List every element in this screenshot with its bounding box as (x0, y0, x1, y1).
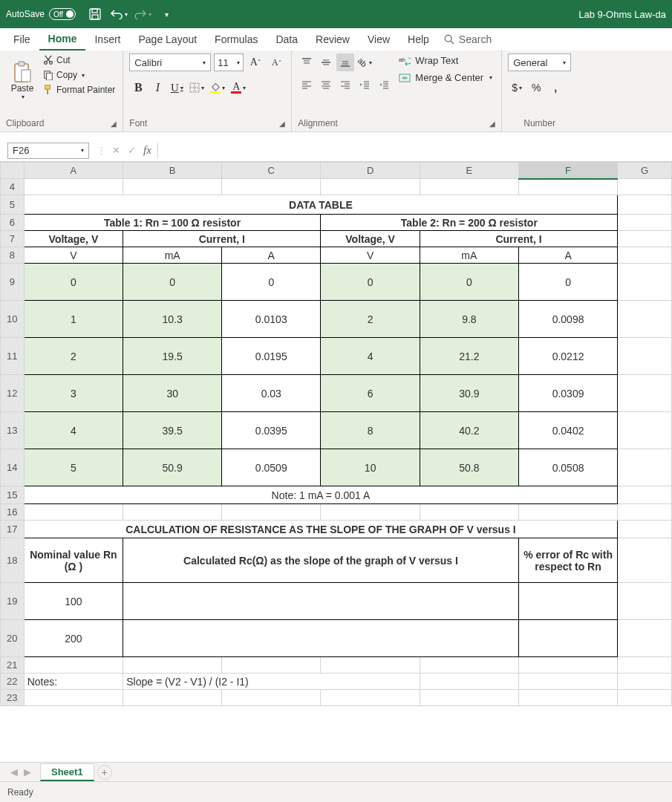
cell-A4[interactable] (24, 179, 123, 195)
cell-A11[interactable]: 2 (24, 338, 123, 375)
row-header-15[interactable]: 15 (1, 486, 25, 504)
cell-B16[interactable] (123, 504, 222, 521)
cell-G23[interactable] (618, 690, 672, 706)
cut-button[interactable]: Cut (42, 53, 117, 67)
cell-F11[interactable]: 0.0212 (518, 338, 617, 375)
cell-E4[interactable] (420, 179, 518, 195)
cell-G16[interactable] (618, 504, 672, 521)
tab-page-layout[interactable]: Page Layout (129, 29, 206, 50)
cell-G12[interactable] (618, 375, 672, 412)
spreadsheet-grid[interactable]: ABCDEFG45DATA TABLE6Table 1: Rn = 100 Ω … (0, 162, 672, 706)
cell-C8[interactable]: A (222, 247, 321, 264)
cell-B8[interactable]: mA (123, 247, 222, 264)
align-left-button[interactable] (298, 76, 316, 94)
cell-G17[interactable] (618, 521, 672, 538)
sheet-nav-prev[interactable]: ◀ (10, 766, 18, 777)
cell-B7[interactable]: Current, I (123, 231, 321, 247)
font-size-combo[interactable]: 11▾ (214, 53, 244, 71)
row-header-23[interactable]: 23 (1, 690, 25, 706)
cell-G21[interactable] (618, 657, 672, 674)
cell-D7[interactable]: Voltage, V (321, 231, 420, 247)
cell-B10[interactable]: 10.3 (123, 301, 222, 338)
cell-C16[interactable] (222, 504, 321, 521)
cell-G6[interactable] (618, 215, 672, 231)
increase-indent-button[interactable] (375, 76, 393, 94)
cell-D12[interactable]: 6 (321, 375, 420, 412)
cell-A22[interactable]: Notes: (24, 674, 123, 690)
tab-review[interactable]: Review (307, 29, 359, 50)
cell-E21[interactable] (420, 657, 518, 674)
autosave-switch[interactable]: Off (49, 8, 76, 20)
increase-font-button[interactable]: A˄ (247, 53, 264, 71)
save-icon[interactable] (85, 4, 105, 25)
cell-A14[interactable]: 5 (24, 449, 123, 486)
row-header-17[interactable]: 17 (1, 521, 25, 538)
cell-E22[interactable] (420, 674, 518, 690)
tab-file[interactable]: File (4, 29, 39, 50)
cell-B9[interactable]: 0 (123, 264, 222, 301)
align-center-button[interactable] (317, 76, 335, 94)
cell-B19[interactable] (123, 583, 519, 620)
cell-G18[interactable] (618, 538, 672, 583)
decrease-font-button[interactable]: A˅ (267, 53, 285, 71)
row-header-16[interactable]: 16 (1, 504, 25, 521)
cell-C13[interactable]: 0.0395 (222, 412, 321, 449)
cell-B13[interactable]: 39.5 (123, 412, 222, 449)
cell-G8[interactable] (618, 247, 672, 264)
align-top-button[interactable] (298, 53, 316, 71)
underline-button[interactable]: U▾ (168, 79, 186, 97)
add-sheet-button[interactable]: + (97, 765, 112, 780)
orientation-button[interactable]: ab▾ (356, 53, 373, 71)
enter-formula-icon[interactable]: ✓ (128, 145, 136, 156)
borders-button[interactable]: ▾ (187, 79, 206, 97)
cell-D8[interactable]: V (321, 247, 420, 264)
row-header-4[interactable]: 4 (1, 179, 25, 195)
cell-B22[interactable]: Slope = (V2 - V1) / (I2 - I1) (123, 674, 420, 690)
cell-F14[interactable]: 0.0508 (518, 449, 617, 486)
italic-button[interactable]: I (149, 79, 166, 97)
cell-G22[interactable] (618, 674, 672, 690)
col-header-C[interactable]: C (222, 163, 321, 179)
autosave-toggle[interactable]: AutoSave Off (6, 8, 76, 20)
cell-C4[interactable] (222, 179, 321, 195)
cell-B11[interactable]: 19.5 (123, 338, 222, 375)
alignment-dialog-launcher[interactable]: ◢ (489, 120, 495, 128)
number-format-combo[interactable]: General▾ (508, 53, 571, 71)
cell-A6[interactable]: Table 1: Rn = 100 Ω resistor (24, 215, 321, 231)
row-header-20[interactable]: 20 (1, 620, 25, 657)
cell-F19[interactable] (518, 583, 617, 620)
cell-C23[interactable] (222, 690, 321, 706)
cell-A15[interactable]: Note: 1 mA = 0.001 A (24, 486, 618, 504)
tab-data[interactable]: Data (267, 29, 307, 50)
cell-C11[interactable]: 0.0195 (222, 338, 321, 375)
tell-me-search[interactable]: Search (444, 33, 492, 45)
cancel-formula-icon[interactable]: ✕ (112, 145, 120, 156)
tab-view[interactable]: View (359, 29, 399, 50)
col-header-G[interactable]: G (618, 163, 672, 179)
font-name-combo[interactable]: Calibri▾ (129, 53, 211, 71)
row-header-11[interactable]: 11 (1, 338, 25, 375)
cell-A10[interactable]: 1 (24, 301, 123, 338)
cell-A19[interactable]: 100 (24, 583, 123, 620)
cell-F8[interactable]: A (518, 247, 617, 264)
cell-G14[interactable] (618, 449, 672, 486)
cell-G10[interactable] (618, 301, 672, 338)
row-header-18[interactable]: 18 (1, 538, 25, 583)
cell-B23[interactable] (123, 690, 222, 706)
cell-F13[interactable]: 0.0402 (518, 412, 617, 449)
cell-F10[interactable]: 0.0098 (518, 301, 617, 338)
cell-A8[interactable]: V (24, 247, 123, 264)
cell-G9[interactable] (618, 264, 672, 301)
cell-A18[interactable]: Nominal value Rn (Ω ) (24, 538, 123, 583)
align-right-button[interactable] (336, 76, 354, 94)
row-header-8[interactable]: 8 (1, 247, 25, 264)
col-header-F[interactable]: F (518, 163, 617, 179)
format-painter-button[interactable]: Format Painter (42, 83, 117, 97)
cell-G20[interactable] (618, 620, 672, 657)
row-header-14[interactable]: 14 (1, 449, 25, 486)
font-color-button[interactable]: A▾ (229, 79, 248, 97)
row-header-13[interactable]: 13 (1, 412, 25, 449)
cell-D13[interactable]: 8 (321, 412, 420, 449)
formula-input[interactable] (157, 143, 672, 159)
cell-F9[interactable]: 0 (518, 264, 617, 301)
